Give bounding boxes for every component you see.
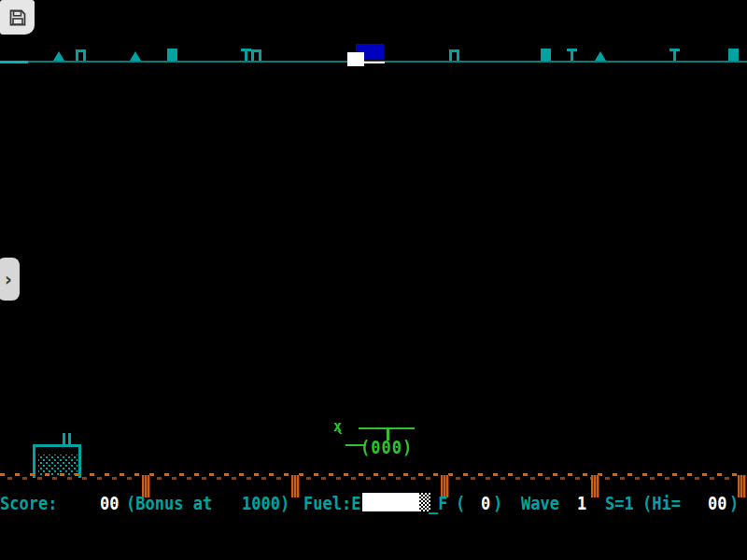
status-segment: (Bonus at	[126, 493, 212, 514]
status-segment: )	[493, 493, 502, 514]
status-segment: Wave	[521, 493, 559, 514]
fuel-depot-roof	[33, 444, 81, 447]
radar-tower-icon	[241, 49, 251, 51]
panel-expand-toggle[interactable]: ›	[0, 258, 20, 301]
ground-dash-row	[0, 477, 747, 480]
status-segment: _F	[429, 493, 447, 514]
radar-tree-icon	[130, 51, 141, 61]
radar-tank-icon	[728, 49, 739, 61]
status-segment: Fuel:E	[303, 493, 360, 514]
helicopter-tail-char: x	[333, 418, 342, 435]
helicopter-mast	[387, 427, 389, 441]
save-button[interactable]	[0, 0, 35, 35]
radar-player-marker	[347, 52, 364, 66]
radar-tank-icon	[167, 49, 177, 61]
status-segment: )	[729, 493, 739, 514]
status-segment: Score:	[0, 493, 57, 514]
radar-tree-icon	[53, 51, 64, 61]
fuel-depot-chimney	[68, 433, 71, 444]
status-bar: Score:00(Bonus at1000)Fuel:E_F(0)Wave1S=…	[0, 493, 747, 515]
fuel-depot-chimney	[63, 433, 65, 444]
radar-building-icon	[76, 49, 86, 61]
chevron-right-icon: ›	[5, 269, 12, 289]
helicopter-sprite: x ` (000)	[0, 0, 747, 560]
fuel-gauge-bar	[362, 493, 419, 511]
radar-building-icon	[251, 49, 261, 61]
status-segment: S=1	[605, 493, 634, 514]
radar-tower-icon	[669, 49, 680, 51]
helicopter-hook-char: `	[335, 427, 346, 450]
status-segment: (	[456, 493, 465, 514]
status-segment: 0	[481, 493, 490, 514]
helicopter-tail-boom	[345, 444, 366, 446]
radar-base-segment	[0, 61, 28, 63]
status-segment: (Hi=	[642, 493, 681, 514]
status-segment: 1000)	[242, 493, 289, 514]
status-segment: 00	[708, 493, 726, 514]
helicopter-rotor	[359, 427, 415, 429]
status-segment: 00	[100, 493, 119, 514]
radar-tree-icon	[595, 51, 606, 61]
radar-tower-icon	[567, 49, 577, 51]
ground-dash-row	[0, 473, 747, 476]
status-segment: 1	[577, 493, 586, 514]
radar-building-icon	[449, 49, 459, 61]
helicopter-body: (000)	[360, 437, 413, 458]
radar-tank-icon	[541, 49, 551, 61]
floppy-disk-icon	[7, 7, 28, 28]
